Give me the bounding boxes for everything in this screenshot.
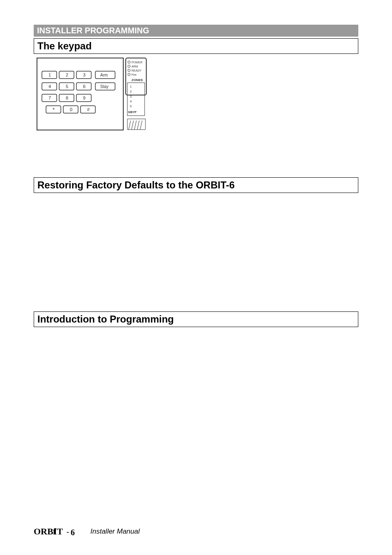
restore-orbit6-2: ORBIT-6 [121,220,148,228]
svg-text:9: 9 [83,95,85,100]
section-title-keypad: The keypad [34,38,358,54]
svg-text:4: 4 [130,100,132,103]
svg-text:7: 7 [48,95,51,100]
svg-point-8 [128,73,130,76]
keypad-illustration: POWER ARM READY Fire ZONES 1 2 3 4 5 6/B… [36,57,147,131]
restore-orbit6-1: ORBIT-6 [52,195,79,203]
footer: ORB IT f - 6 Installer Manual [34,525,140,538]
page-number: 17 [349,528,357,536]
restore-page-ref: on page 32 and 33 [149,231,208,239]
restore-orbit6-3: ORBIT-6 [262,260,289,267]
svg-text:Stay: Stay [100,84,108,89]
svg-text:6: 6 [71,528,75,537]
section-title-restore: Restoring Factory Defaults to the ORBIT-… [34,177,358,193]
svg-text:f: f [53,526,56,536]
svg-text:1: 1 [130,85,132,88]
svg-text:2: 2 [66,72,68,77]
svg-text:4: 4 [48,84,51,89]
restore-line1: The ORBIT-6 is shipped from the factory … [38,195,354,204]
svg-text:ZONES: ZONES [131,78,143,82]
restore-line4-hidden: as described [108,231,149,239]
svg-text:3: 3 [83,72,85,77]
footer-label: Installer Manual [90,527,140,536]
restore-line3: To restore ORBIT-6 to factory defaults u… [88,220,354,228]
restore-line1-post: is shipped from the factory with a set o… [79,195,225,203]
svg-text:5: 5 [66,84,68,89]
restore-line5: In addition, you may return to main prog… [38,251,354,276]
svg-text:1: 1 [48,72,51,77]
svg-text:6/BYP: 6/BYP [128,111,137,114]
svg-text:-: - [67,528,69,536]
svg-text:Arm: Arm [100,73,108,77]
svg-line-20 [134,121,136,130]
svg-point-6 [128,69,130,72]
keypad-desc-hidden: The keypad is used to program the ORBIT-… [164,57,328,78]
header-bar: INSTALLER PROGRAMMING [34,25,358,37]
svg-text:5: 5 [130,104,132,108]
footer-logo: ORB IT f - 6 [34,525,87,538]
svg-text:ARM: ARM [131,65,138,68]
svg-text:3: 3 [130,95,132,98]
restore-line5-post: 's parameters as needed. [38,260,341,276]
svg-line-19 [131,121,134,130]
svg-text:0: 0 [70,107,72,112]
svg-text:2: 2 [130,90,132,93]
section-title-intro: Introduction to Programming [34,311,358,327]
svg-text:Fire: Fire [131,73,136,76]
svg-point-2 [128,61,130,63]
svg-text:POWER: POWER [131,61,142,64]
svg-line-21 [137,121,139,130]
svg-text:READY: READY [131,69,141,72]
restore-line1-pre: The [38,195,52,203]
svg-text:*: * [53,107,55,113]
svg-line-18 [129,121,131,130]
restore-line3-post: to factory defaults use Locations 96 and… [148,220,284,228]
restore-line3-pre: To restore [88,220,121,228]
svg-text:#: # [87,107,90,112]
restore-line5-hidden: In addition, you may return to main prog… [38,251,221,259]
keypad-figure: POWER ARM READY Fire ZONES 1 2 3 4 5 6/B… [36,57,358,131]
restore-line4: as described on page 32 and 33 [108,231,354,239]
svg-text:8: 8 [66,95,68,100]
svg-text:6: 6 [83,84,85,89]
restore-line2-hidden: values. If desired, you may restore defa… [62,206,354,216]
svg-point-4 [128,65,130,67]
svg-line-22 [140,121,142,130]
svg-text:ORB: ORB [34,526,53,536]
